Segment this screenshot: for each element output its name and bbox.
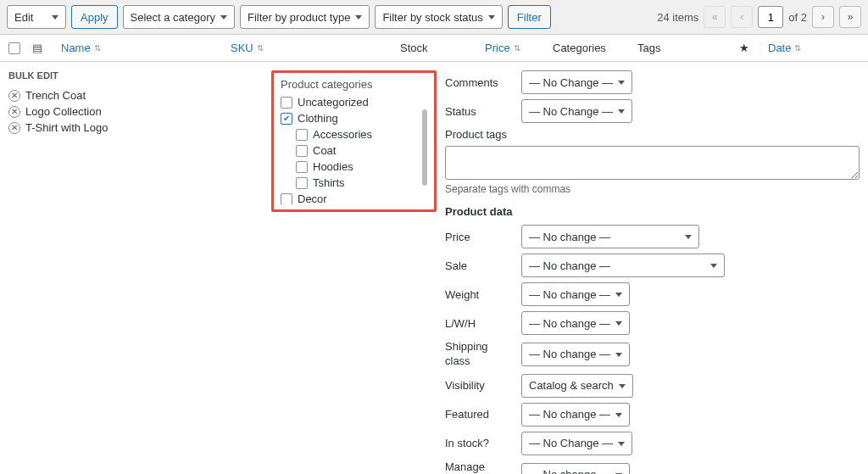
pagination-current-input[interactable] — [758, 6, 783, 28]
status-value: — No Change — — [529, 105, 613, 118]
price-value: — No change — — [529, 231, 610, 243]
pagination-of: of 2 — [788, 11, 807, 24]
sale-select[interactable]: — No change — — [521, 254, 725, 277]
category-item: Uncategorized — [281, 94, 419, 110]
manage-label: Manage stock? — [445, 460, 515, 474]
pagination-last[interactable]: » — [839, 6, 861, 28]
lwh-select[interactable]: — No change — — [521, 311, 630, 335]
stock-status-filter-value: Filter by stock status — [382, 11, 482, 24]
image-icon: ▤ — [32, 42, 42, 54]
comments-label: Comments — [445, 76, 515, 89]
category-checkbox[interactable] — [281, 193, 292, 205]
filter-button[interactable]: Filter — [508, 5, 551, 29]
category-checkbox[interactable] — [281, 113, 292, 125]
instock-select[interactable]: — No Change — — [521, 432, 632, 455]
bulk-item: ✕T-Shirt with Logo — [8, 120, 263, 136]
product-tags-helper: Separate tags with commas — [445, 183, 860, 195]
product-tags-label: Product tags — [445, 128, 860, 141]
pagination-first: « — [704, 6, 726, 28]
status-label: Status — [445, 105, 515, 118]
instock-value: — No Change — — [529, 437, 613, 449]
category-item: Hoodies — [281, 159, 419, 175]
column-name[interactable]: Name ⇅ — [61, 42, 231, 54]
apply-label: Apply — [81, 11, 108, 24]
sort-icon: ⇅ — [794, 45, 801, 52]
scrollbar-thumb[interactable] — [422, 109, 427, 186]
category-label: Tshirts — [313, 176, 345, 189]
category-checkbox[interactable] — [296, 177, 308, 189]
table-header: ▤ Name ⇅ SKU ⇅ Stock Price ⇅ Categories … — [0, 35, 868, 62]
price-select[interactable]: — No change — — [521, 225, 699, 248]
category-label: Clothing — [298, 112, 338, 125]
sort-icon: ⇅ — [94, 45, 101, 52]
bulk-item: ✕Trench Coat — [8, 87, 263, 103]
bulk-items-column: BULK EDIT ✕Trench Coat✕Logo Collection✕T… — [8, 70, 263, 136]
bulk-title: BULK EDIT — [8, 70, 263, 81]
bulk-item-label: T-Shirt with Logo — [25, 121, 108, 134]
status-select[interactable]: — No Change — — [521, 99, 632, 123]
column-sku[interactable]: SKU ⇅ — [231, 42, 400, 54]
product-categories-box: Product categories UncategorizedClothing… — [271, 70, 437, 212]
weight-value: — No change — — [529, 288, 610, 301]
category-checkbox[interactable] — [281, 97, 292, 109]
visibility-select[interactable]: Catalog & search — [521, 374, 633, 398]
stock-status-filter-select[interactable]: Filter by stock status — [375, 5, 502, 29]
sort-icon: ⇅ — [257, 45, 264, 52]
shipping-label: Shipping class — [445, 340, 515, 369]
star-icon: ★ — [739, 42, 749, 54]
product-type-filter-value: Filter by product type — [248, 11, 350, 24]
category-label: Uncategorized — [298, 96, 369, 109]
bulk-action-select[interactable]: Edit — [7, 5, 66, 29]
column-tags: Tags — [637, 42, 739, 54]
shipping-select[interactable]: — No change — — [521, 343, 630, 366]
shipping-value: — No change — — [529, 348, 610, 360]
category-checkbox[interactable] — [296, 161, 308, 173]
category-checkbox[interactable] — [296, 145, 308, 157]
column-name-label: Name — [61, 42, 91, 54]
column-categories: Categories — [553, 42, 637, 54]
product-tags-input[interactable] — [445, 146, 860, 180]
weight-select[interactable]: — No change — — [521, 282, 630, 306]
column-date-label: Date — [768, 42, 791, 54]
column-tags-label: Tags — [637, 42, 660, 54]
category-filter-select[interactable]: Select a category — [123, 5, 235, 29]
right-panel: Comments — No Change — Status — No Chang… — [445, 70, 860, 474]
product-categories-title: Product categories — [281, 78, 429, 91]
category-label: Hoodies — [313, 160, 353, 173]
bulk-edit-panel: BULK EDIT ✕Trench Coat✕Logo Collection✕T… — [0, 62, 868, 474]
comments-select[interactable]: — No Change — — [521, 70, 632, 94]
category-label: Accessories — [313, 128, 372, 141]
column-featured: ★ — [739, 42, 768, 54]
bulk-action-value: Edit — [14, 11, 33, 24]
product-type-filter-select[interactable]: Filter by product type — [240, 5, 370, 29]
column-categories-label: Categories — [553, 42, 606, 54]
featured-select[interactable]: — No change — — [521, 403, 630, 427]
sale-label: Sale — [445, 259, 515, 272]
apply-button[interactable]: Apply — [71, 5, 118, 29]
bulk-item-label: Trench Coat — [25, 89, 86, 102]
column-price[interactable]: Price ⇅ — [485, 42, 553, 54]
category-list-scroll[interactable]: UncategorizedClothingAccessoriesCoatHood… — [281, 94, 429, 204]
remove-icon[interactable]: ✕ — [8, 106, 20, 118]
column-stock: Stock — [400, 42, 485, 54]
instock-label: In stock? — [445, 437, 515, 449]
category-checkbox[interactable] — [296, 129, 308, 141]
remove-icon[interactable]: ✕ — [8, 122, 20, 134]
select-all-checkbox[interactable] — [8, 42, 20, 54]
lwh-value: — No change — — [529, 317, 610, 330]
product-data-title: Product data — [445, 205, 860, 218]
column-price-label: Price — [485, 42, 510, 54]
sort-icon: ⇅ — [514, 45, 520, 52]
select-all-cell — [8, 42, 32, 54]
manage-select[interactable]: — No change — — [521, 463, 630, 474]
visibility-value: Catalog & search — [529, 379, 614, 392]
category-item: Accessories — [281, 126, 419, 142]
weight-label: Weight — [445, 288, 515, 301]
category-filter-value: Select a category — [131, 11, 215, 24]
pagination-next[interactable]: › — [812, 6, 834, 28]
category-label: Decor — [298, 192, 327, 204]
remove-icon[interactable]: ✕ — [8, 90, 20, 102]
bulk-item-label: Logo Collection — [25, 105, 102, 118]
sale-value: — No change — — [529, 259, 610, 272]
column-date[interactable]: Date ⇅ — [768, 42, 836, 54]
